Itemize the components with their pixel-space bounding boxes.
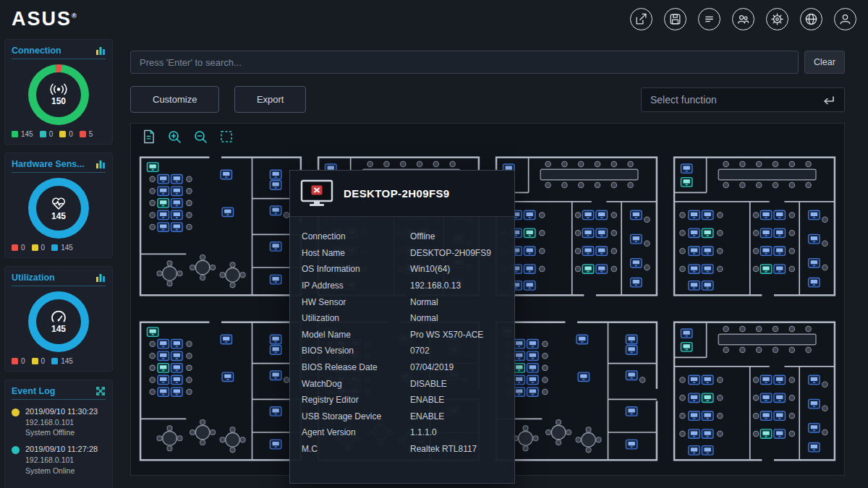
utilization-donut[interactable]: 145 bbox=[28, 291, 89, 352]
device-tooltip: DESKTOP-2H09FS9 ConnectionOffline Host N… bbox=[289, 170, 515, 484]
connection-card: Connection 150 145 0 0 5 bbox=[4, 39, 113, 145]
hardware-sensor-donut[interactable]: 145 bbox=[28, 178, 89, 239]
tooltip-row: WatchDogDISABLE bbox=[302, 375, 503, 392]
legend-item[interactable]: 0 bbox=[12, 244, 25, 252]
event-time: 2019/09/10 11:30:23 bbox=[25, 407, 98, 416]
event-ip: 192.168.0.101 bbox=[25, 455, 98, 465]
tooltip-row-label: M.C bbox=[302, 444, 410, 454]
event-log-entry[interactable]: 2019/09/10 11:27:28 192.168.0.101 System… bbox=[12, 445, 106, 475]
accounts-group-icon[interactable] bbox=[732, 8, 754, 30]
expand-icon[interactable] bbox=[95, 386, 106, 396]
legend-item[interactable]: 0 bbox=[59, 130, 73, 138]
event-log-card: Event Log 2019/09/10 11:30:23 192.168.0.… bbox=[4, 380, 113, 488]
tooltip-row-label: BIOS Version bbox=[302, 346, 410, 356]
tooltip-row: Model NamePro WS X570-ACE bbox=[302, 327, 503, 343]
floor-plan[interactable] bbox=[494, 150, 659, 303]
heart-pulse-icon bbox=[50, 196, 67, 210]
tooltip-row-label: WatchDog bbox=[302, 379, 410, 389]
backup-icon[interactable] bbox=[664, 8, 686, 30]
zoom-in-icon[interactable] bbox=[166, 128, 183, 145]
legend-item[interactable]: 145 bbox=[51, 357, 73, 365]
legend-item[interactable]: 5 bbox=[80, 130, 93, 138]
tooltip-row-value: 0702 bbox=[410, 346, 430, 356]
event-status: System Online bbox=[25, 466, 98, 476]
select-function-label: Select function bbox=[650, 94, 717, 106]
mini-chart-icon bbox=[95, 46, 106, 55]
asus-logo: ASUS® bbox=[12, 9, 77, 29]
settings-icon[interactable] bbox=[766, 8, 788, 30]
export-button[interactable]: Export bbox=[234, 86, 307, 113]
utilization-total: 145 bbox=[51, 324, 66, 334]
deployment-icon[interactable] bbox=[630, 8, 652, 30]
tooltip-row-value: 192.168.0.13 bbox=[410, 281, 461, 291]
tooltip-row-label: Host Name bbox=[302, 248, 410, 258]
account-icon[interactable] bbox=[834, 8, 856, 30]
floor-plan[interactable] bbox=[138, 150, 303, 303]
tooltip-row-value: Normal bbox=[410, 297, 438, 307]
tooltip-row-value: ENABLE bbox=[410, 411, 444, 421]
tooltip-row-value: Normal bbox=[410, 313, 438, 323]
utilization-card-title: Utilization bbox=[12, 273, 55, 283]
tooltip-row-value: DESKTOP-2H09FS9 bbox=[410, 248, 491, 258]
hardware-sensor-card-title: Hardware Sens... bbox=[12, 159, 85, 169]
legend-item[interactable]: 0 bbox=[40, 130, 54, 138]
search-row: Clear bbox=[130, 51, 845, 74]
legend-item[interactable]: 145 bbox=[12, 130, 33, 138]
canvas-toolbar bbox=[140, 128, 235, 145]
utilization-card: Utilization 145 0 0 145 bbox=[4, 266, 113, 372]
legend-item[interactable]: 0 bbox=[32, 357, 46, 365]
tooltip-row: BIOS Version0702 bbox=[302, 343, 503, 359]
tooltip-row-value: DISABLE bbox=[410, 379, 447, 389]
tooltip-row-value: Offline bbox=[410, 231, 435, 241]
tooltip-row: OS InformationWin10(64) bbox=[302, 261, 503, 278]
floor-plan[interactable] bbox=[494, 314, 659, 468]
hardware-sensor-total: 145 bbox=[51, 211, 66, 221]
tooltip-row-label: IP Address bbox=[302, 281, 410, 291]
legend-item[interactable]: 145 bbox=[51, 244, 73, 252]
top-bar: ASUS® bbox=[0, 0, 868, 38]
event-log-entry[interactable]: 2019/09/10 11:30:23 192.168.0.101 System… bbox=[12, 407, 106, 437]
floor-plan[interactable] bbox=[138, 314, 303, 468]
tooltip-row-label: Agent Version bbox=[302, 427, 410, 437]
tooltip-row: BIOS Release Date07/04/2019 bbox=[302, 359, 503, 376]
gauge-icon bbox=[50, 310, 67, 323]
tooltip-row-value: ENABLE bbox=[410, 395, 444, 405]
legend-item[interactable]: 0 bbox=[32, 244, 46, 252]
broadcast-icon bbox=[49, 83, 68, 95]
event-log-title: Event Log bbox=[12, 386, 55, 396]
enter-arrow-icon bbox=[821, 95, 835, 106]
tooltip-row-value: Pro WS X570-ACE bbox=[410, 330, 483, 340]
event-status-dot bbox=[12, 446, 20, 454]
report-icon[interactable] bbox=[698, 8, 720, 30]
clear-button[interactable]: Clear bbox=[804, 51, 845, 74]
floor-plan[interactable] bbox=[672, 314, 837, 468]
tooltip-row-label: Registry Editor bbox=[302, 395, 410, 405]
tooltip-row-label: OS Information bbox=[302, 264, 410, 274]
tooltip-row-label: Connection bbox=[302, 231, 410, 241]
marquee-select-icon[interactable] bbox=[218, 128, 235, 145]
tooltip-row: USB Storage DeviceENABLE bbox=[302, 408, 503, 425]
select-function-dropdown[interactable]: Select function bbox=[641, 87, 845, 112]
tooltip-row: M.CRealtek RTL8117 bbox=[302, 441, 503, 458]
header-icon-group bbox=[630, 8, 856, 30]
tooltip-row-label: USB Storage Device bbox=[302, 411, 410, 421]
sidebar: Connection 150 145 0 0 5 Hardware Sen bbox=[4, 39, 113, 488]
search-input[interactable] bbox=[130, 51, 799, 74]
document-icon[interactable] bbox=[140, 128, 157, 145]
network-icon[interactable] bbox=[800, 8, 822, 30]
floor-plan[interactable] bbox=[672, 150, 837, 303]
action-row: Customize Export Select function bbox=[130, 86, 845, 113]
customize-button[interactable]: Customize bbox=[130, 86, 219, 113]
legend-item[interactable]: 0 bbox=[12, 357, 25, 365]
connection-donut[interactable]: 150 bbox=[28, 64, 89, 125]
zoom-out-icon[interactable] bbox=[192, 128, 209, 145]
tooltip-title: DESKTOP-2H09FS9 bbox=[344, 187, 450, 200]
tooltip-row-value: Win10(64) bbox=[410, 264, 450, 274]
connection-card-title: Connection bbox=[12, 46, 61, 56]
tooltip-row: HW SensorNormal bbox=[302, 294, 503, 310]
tooltip-row: UtilizationNormal bbox=[302, 310, 503, 327]
mini-chart-icon bbox=[95, 160, 106, 168]
tooltip-row: Registry EditorENABLE bbox=[302, 392, 503, 408]
tooltip-row: IP Address192.168.0.13 bbox=[302, 278, 503, 294]
tooltip-row: Agent Version1.1.1.0 bbox=[302, 424, 503, 441]
